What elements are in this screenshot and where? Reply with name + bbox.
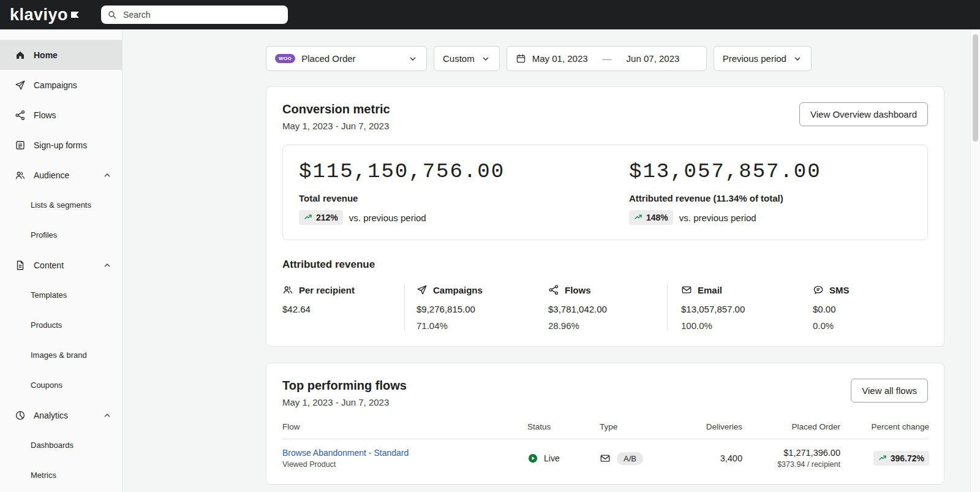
chevron-up-icon bbox=[102, 170, 112, 180]
breakdown-value: $42.64 bbox=[282, 304, 404, 314]
breakdown-label: Flows bbox=[565, 285, 591, 295]
sidebar-item-templates[interactable]: Templates bbox=[0, 280, 122, 310]
sidebar-item-campaigns[interactable]: Campaigns bbox=[0, 70, 122, 100]
compare-period-select[interactable]: Previous period bbox=[714, 46, 812, 71]
attributed-revenue-value: $13,057,857.00 bbox=[629, 160, 911, 183]
sidebar-item-label: Flows bbox=[34, 110, 56, 120]
conversion-metric-select[interactable]: WOO Placed Order bbox=[266, 46, 427, 71]
sidebar-item-audience[interactable]: Audience bbox=[0, 160, 122, 190]
sidebar-item-products[interactable]: Products bbox=[0, 310, 122, 340]
document-icon bbox=[15, 260, 26, 271]
total-revenue-change-badge: 212% bbox=[299, 210, 343, 225]
breakdown-label: Per recipient bbox=[299, 285, 355, 295]
view-overview-dashboard-button[interactable]: View Overview dashboard bbox=[799, 102, 928, 126]
card-date-range: May 1, 2023 - Jun 7, 2023 bbox=[282, 121, 390, 131]
scrollbar-thumb[interactable] bbox=[973, 34, 978, 142]
global-search[interactable] bbox=[101, 6, 288, 24]
sms-icon bbox=[813, 284, 824, 295]
sidebar-item-analytics[interactable]: Analytics bbox=[0, 400, 122, 430]
date-start[interactable]: May 01, 2023 bbox=[532, 53, 588, 64]
logo-text: klaviyo bbox=[10, 6, 68, 24]
live-play-icon bbox=[527, 453, 538, 464]
col-placed-order-header: Placed Order bbox=[742, 422, 840, 431]
people-icon bbox=[282, 284, 293, 295]
change-percent: 212% bbox=[316, 213, 338, 222]
breakdown-percent: 0.0% bbox=[813, 320, 928, 331]
sidebar-item-home[interactable]: Home bbox=[0, 40, 122, 70]
change-percent: 396.72% bbox=[891, 453, 924, 463]
sidebar-item-label: Audience bbox=[34, 170, 69, 180]
filter-bar: WOO Placed Order Custom May 01, 2023 — J… bbox=[266, 46, 944, 71]
sidebar-item-label: Images & brand bbox=[31, 350, 87, 360]
change-suffix: vs. previous period bbox=[679, 213, 756, 223]
status-badge: Live bbox=[544, 453, 560, 463]
placed-order-cell: $1,271,396.00 $373.94 / recipient bbox=[742, 448, 840, 469]
breakdown-value: $9,276,815.00 bbox=[417, 304, 548, 314]
total-revenue-block: $115,150,756.00 Total revenue 212% vs. p… bbox=[299, 160, 629, 225]
chevron-down-icon bbox=[793, 54, 802, 64]
date-range-picker[interactable]: May 01, 2023 — Jun 07, 2023 bbox=[507, 46, 707, 71]
breakdown-percent: 100.0% bbox=[681, 320, 813, 331]
calendar-icon bbox=[516, 53, 526, 64]
change-percent: 148% bbox=[646, 213, 668, 222]
form-icon bbox=[15, 140, 26, 151]
chevron-up-icon bbox=[102, 411, 112, 420]
breakdown-col-email: Email $13,057,857.00 100.0% bbox=[667, 284, 813, 331]
attributed-revenue-change-badge: 148% bbox=[629, 210, 673, 225]
search-input[interactable] bbox=[122, 9, 282, 20]
col-deliveries-header: Deliveries bbox=[679, 422, 742, 431]
sidebar-item-coupons[interactable]: Coupons bbox=[0, 370, 122, 400]
sidebar-item-flows[interactable]: Flows bbox=[0, 100, 122, 130]
chevron-down-icon bbox=[481, 54, 491, 64]
attributed-revenue-heading: Attributed revenue bbox=[282, 259, 928, 271]
card-title: Top performing flows bbox=[282, 379, 407, 393]
sidebar-item-profiles[interactable]: Profiles bbox=[0, 220, 122, 250]
breakdown-percent: 71.04% bbox=[417, 320, 548, 331]
search-icon bbox=[107, 10, 117, 20]
flows-icon bbox=[548, 284, 559, 295]
sidebar-item-label: Profiles bbox=[31, 230, 57, 240]
flow-trigger: Viewed Product bbox=[282, 460, 527, 469]
breakdown-label: Campaigns bbox=[433, 285, 483, 295]
sidebar: Home Campaigns Flows Sign-up forms Audie… bbox=[0, 29, 123, 492]
klaviyo-flag-icon bbox=[71, 4, 79, 21]
date-separator: — bbox=[603, 53, 612, 64]
breakdown-label: Email bbox=[698, 285, 722, 295]
total-revenue-value: $115,150,756.00 bbox=[299, 160, 629, 183]
sidebar-item-images-brand[interactable]: Images & brand bbox=[0, 340, 122, 370]
email-icon bbox=[600, 453, 611, 464]
percent-change-badge: 396.72% bbox=[873, 451, 929, 466]
breakdown-col-sms: SMS $0.00 0.0% bbox=[813, 284, 928, 331]
people-icon bbox=[15, 170, 26, 181]
change-suffix: vs. previous period bbox=[349, 213, 426, 223]
send-icon bbox=[417, 284, 428, 295]
sidebar-item-label: Sign-up forms bbox=[34, 140, 87, 150]
compare-value: Previous period bbox=[723, 53, 786, 64]
klaviyo-logo[interactable]: klaviyo bbox=[10, 7, 80, 23]
attributed-revenue-label: Attributed revenue (11.34% of total) bbox=[629, 193, 911, 203]
ab-test-badge: A/B bbox=[617, 452, 643, 465]
deliveries-cell: 3,400 bbox=[679, 453, 742, 463]
per-recipient-value: $373.94 / recipient bbox=[742, 460, 840, 469]
vertical-scrollbar[interactable] bbox=[970, 29, 980, 492]
date-range-type-select[interactable]: Custom bbox=[434, 46, 500, 71]
trend-up-icon bbox=[878, 454, 887, 463]
sidebar-item-metrics[interactable]: Metrics bbox=[0, 460, 122, 490]
sidebar-item-dashboards[interactable]: Dashboards bbox=[0, 430, 122, 460]
percent-change-cell: 396.72% bbox=[840, 451, 929, 466]
sidebar-item-signup-forms[interactable]: Sign-up forms bbox=[0, 130, 122, 160]
attributed-revenue-breakdown: Per recipient $42.64 Campaigns $9,276,81… bbox=[282, 284, 928, 331]
flow-link[interactable]: Browse Abandonment - Standard bbox=[282, 448, 527, 458]
top-performing-flows-card: Top performing flows May 1, 2023 - Jun 7… bbox=[266, 363, 944, 485]
conversion-metric-card: Conversion metric May 1, 2023 - Jun 7, 2… bbox=[266, 86, 944, 347]
view-all-flows-button[interactable]: View all flows bbox=[851, 379, 928, 403]
pie-icon bbox=[15, 410, 26, 421]
flows-table-header: Flow Status Type Deliveries Placed Order… bbox=[282, 422, 928, 439]
card-title: Conversion metric bbox=[282, 102, 390, 116]
sidebar-item-lists-segments[interactable]: Lists & segments bbox=[0, 190, 122, 220]
home-icon bbox=[15, 50, 26, 61]
sidebar-item-content[interactable]: Content bbox=[0, 250, 122, 280]
date-end[interactable]: Jun 07, 2023 bbox=[627, 53, 680, 64]
breakdown-value: $13,057,857.00 bbox=[681, 304, 813, 314]
woocommerce-badge: WOO bbox=[275, 54, 295, 63]
